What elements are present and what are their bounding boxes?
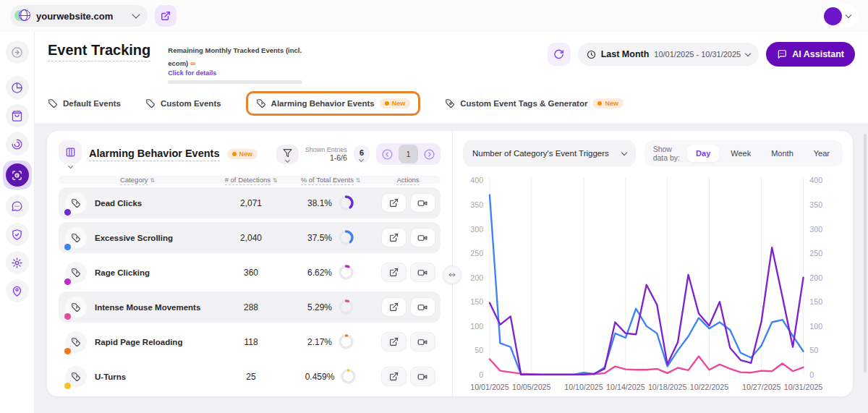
- watch-recording-button[interactable]: [410, 297, 435, 317]
- sidebar-item-event-tracking[interactable]: [6, 163, 29, 187]
- sidebar-item-security[interactable]: [6, 223, 29, 246]
- chat-bubble-icon: [11, 200, 23, 213]
- category-color-dot: [64, 278, 71, 285]
- svg-text:350: 350: [809, 200, 822, 209]
- granularity-switcher: Show data by: Day Week Month Year: [644, 140, 843, 166]
- arrow-right-circle-icon: [423, 148, 435, 161]
- sort-icon: ⇅: [356, 177, 361, 184]
- tag-icon: [71, 268, 81, 278]
- granularity-year[interactable]: Year: [805, 145, 838, 162]
- sort-icon: ⇅: [273, 177, 278, 184]
- detections-count: 288: [216, 302, 286, 312]
- column-detections[interactable]: # of Detections ⇅: [216, 176, 286, 184]
- tracked-events-details-link[interactable]: Click for details: [168, 69, 312, 77]
- session-recording-icon: [417, 302, 427, 312]
- refresh-button[interactable]: [548, 43, 571, 66]
- vertical-scrollbar[interactable]: [864, 134, 867, 372]
- svg-text:400: 400: [809, 176, 822, 184]
- tab-custom-event-tags-generator[interactable]: Custom Event Tags & Generator New: [445, 98, 624, 108]
- svg-text:10/10/2025: 10/10/2025: [564, 383, 603, 391]
- category-icon: [65, 192, 87, 214]
- sort-icon: ⇅: [150, 177, 155, 184]
- open-event-button[interactable]: [381, 228, 407, 247]
- table-row[interactable]: Intense Mouse Movements2885.29%: [59, 291, 441, 323]
- ai-assistant-button[interactable]: AI Assistant: [766, 42, 855, 67]
- page-size-select[interactable]: 6: [354, 145, 370, 163]
- tab-custom-events[interactable]: Custom Events: [145, 98, 221, 108]
- open-event-button[interactable]: [381, 297, 407, 317]
- open-event-button[interactable]: [381, 263, 407, 282]
- watch-recording-button[interactable]: [410, 193, 435, 213]
- resize-handle[interactable]: [443, 265, 461, 284]
- shown-entries: Shown Entries 1-6/6: [305, 146, 347, 162]
- page-size-value: 6: [359, 148, 364, 157]
- watch-recording-button[interactable]: [410, 228, 435, 247]
- open-site-button[interactable]: [155, 5, 176, 27]
- page-number[interactable]: 1: [399, 145, 418, 163]
- metric-selector[interactable]: Number of Category's Event Triggers: [463, 140, 636, 166]
- watch-recording-button[interactable]: [410, 263, 435, 282]
- detections-count: 25: [216, 372, 286, 382]
- shown-entries-value: 1-6/6: [305, 153, 347, 162]
- chevron-down-icon: [67, 163, 72, 169]
- session-recording-icon: [417, 198, 427, 208]
- open-event-icon: [389, 302, 399, 312]
- svg-text:250: 250: [809, 249, 822, 257]
- open-event-icon: [389, 372, 399, 381]
- sidebar-item-locations[interactable]: [6, 279, 29, 302]
- ai-assistant-label: AI Assistant: [792, 49, 844, 59]
- category-name: Excessive Scrolling: [90, 234, 216, 242]
- table-row[interactable]: Rapid Page Reloading1182.17%: [59, 326, 441, 357]
- sidebar-item-settings[interactable]: [6, 251, 29, 274]
- sidebar-expand-button[interactable]: [6, 41, 29, 64]
- filter-button[interactable]: [276, 145, 299, 164]
- granularity-week[interactable]: Week: [722, 145, 760, 162]
- svg-text:10/01/2025: 10/01/2025: [470, 383, 509, 391]
- table-row[interactable]: Dead Clicks2,07138.1%: [59, 187, 441, 218]
- table-title: Alarming Behavior Events: [89, 148, 220, 161]
- prev-page-button[interactable]: [378, 145, 397, 163]
- table-row[interactable]: Excessive Scrolling2,04037.5%: [59, 222, 441, 253]
- column-category[interactable]: Category ⇅: [59, 176, 216, 184]
- category-name: U-Turns: [90, 372, 216, 381]
- percent-donut: [339, 195, 354, 210]
- percent-value: 2.17%: [307, 337, 332, 347]
- open-event-button[interactable]: [381, 367, 407, 386]
- new-dot-icon: [232, 152, 237, 156]
- category-icon: [65, 297, 87, 318]
- shown-entries-label: Shown Entries: [305, 146, 347, 153]
- sidebar-item-recordings[interactable]: [6, 132, 29, 156]
- detections-count: 2,071: [216, 198, 286, 208]
- session-recording-icon: [417, 337, 427, 347]
- tab-bar: Default Events Custom Events Alarming Be…: [35, 87, 868, 123]
- column-percent[interactable]: % of Total Events ⇅: [286, 176, 375, 184]
- sidebar-item-ecommerce[interactable]: [6, 104, 29, 127]
- date-range-selector[interactable]: Last Month 10/01/2025 - 10/31/2025: [578, 43, 760, 66]
- granularity-month[interactable]: Month: [762, 145, 802, 162]
- column-actions: Actions: [375, 176, 441, 184]
- refresh-icon: [553, 49, 564, 60]
- user-menu[interactable]: [820, 4, 858, 28]
- sidebar-item-analytics[interactable]: [6, 76, 29, 99]
- next-page-button[interactable]: [420, 145, 439, 163]
- svg-text:200: 200: [470, 273, 483, 282]
- event-triggers-line-chart[interactable]: 0050501001001501502002002502503003003503…: [463, 171, 843, 397]
- site-selector[interactable]: yourwebsite.com: [10, 5, 148, 27]
- percent-value: 0.459%: [305, 372, 335, 382]
- shield-check-icon: [11, 229, 23, 241]
- percent-donut: [339, 265, 354, 280]
- table-row[interactable]: U-Turns250.459%: [59, 361, 441, 392]
- tab-alarming-behavior-events[interactable]: Alarming Behavior Events New: [246, 91, 421, 116]
- tab-default-events[interactable]: Default Events: [48, 98, 121, 108]
- open-event-icon: [389, 337, 399, 346]
- sidebar-item-feedback[interactable]: [6, 195, 29, 218]
- table-view-button[interactable]: [59, 140, 82, 168]
- table-row[interactable]: Rage Clicking3606.62%: [59, 257, 441, 288]
- granularity-day[interactable]: Day: [687, 145, 719, 162]
- page-title: Event Tracking: [48, 42, 150, 61]
- watch-recording-button[interactable]: [410, 367, 435, 386]
- open-event-button[interactable]: [381, 332, 407, 352]
- sidebar-active-halo: [3, 161, 32, 190]
- watch-recording-button[interactable]: [410, 332, 435, 352]
- open-event-button[interactable]: [381, 193, 407, 213]
